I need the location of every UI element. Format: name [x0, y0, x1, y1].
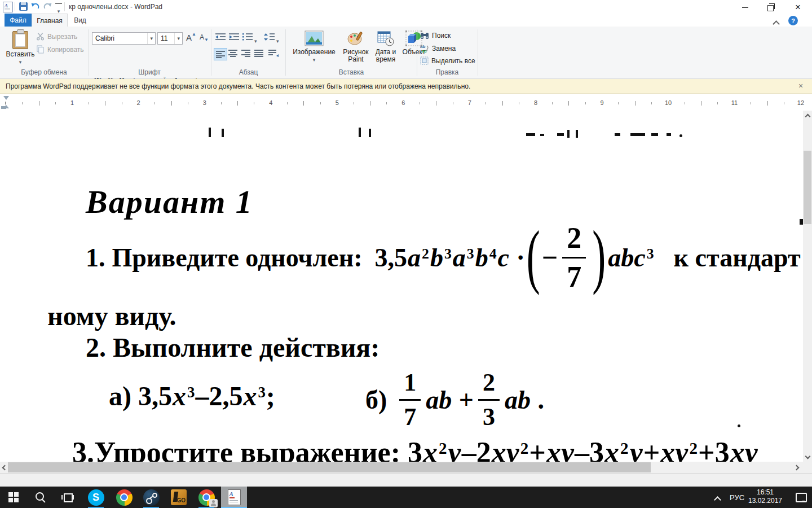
taskbar: S GO A РУС 16:51 13.02.2017 [0, 487, 812, 508]
warning-text: Программа WordPad поддерживает не все фу… [6, 82, 470, 90]
windows-logo-icon [8, 492, 19, 502]
paste-dropdown-icon [19, 58, 22, 65]
ruler-number: 1 [68, 98, 76, 107]
align-center-button[interactable] [228, 50, 237, 57]
chevron-down-icon[interactable] [174, 33, 182, 44]
p1-frac-sign: − [542, 241, 558, 274]
ruler-number: 12 [795, 98, 806, 107]
horizontal-scrollbar-thumb[interactable] [8, 462, 651, 472]
save-icon[interactable] [19, 2, 28, 11]
cut-label: Вырезать [47, 33, 77, 41]
taskbar-steam[interactable] [138, 487, 165, 508]
date-time-button[interactable]: Дата и время [372, 30, 399, 63]
scissors-icon [36, 32, 45, 41]
ruler-number: 6 [399, 98, 407, 107]
tab-home[interactable]: Главная [32, 14, 68, 27]
p1-math-post: abc3 [607, 243, 654, 273]
justify-button[interactable] [254, 50, 263, 57]
taskbar-skype[interactable]: S [82, 487, 109, 508]
chrome-icon [198, 489, 215, 506]
font-size-combobox[interactable]: 11 [157, 32, 183, 45]
warning-close-icon[interactable] [796, 81, 805, 90]
scroll-up-icon[interactable] [803, 112, 812, 121]
replace-label: Замена [432, 45, 456, 52]
increase-indent-button[interactable] [228, 33, 240, 41]
copy-button[interactable]: Копировать [36, 45, 84, 54]
cutoff-text-fragment [540, 134, 544, 136]
calendar-clock-icon [377, 30, 394, 46]
cutoff-text-fragment [615, 133, 620, 136]
paste-button[interactable]: Вставить [6, 29, 35, 65]
group-label-clipboard: Буфер обмена [0, 68, 88, 76]
taskbar-chrome-profile[interactable] [193, 487, 220, 508]
replace-button[interactable]: abac Замена [420, 44, 456, 52]
csgo-icon: GO [171, 489, 187, 505]
tab-file[interactable]: Файл [5, 14, 32, 27]
paragraph-dialog-button[interactable] [268, 50, 279, 57]
action-center-icon [796, 493, 807, 502]
scrollbar-corner [803, 462, 812, 473]
paint-drawing-button[interactable]: Рисунок Paint [341, 30, 371, 63]
insert-image-button[interactable]: Изображение [289, 30, 339, 63]
cutoff-text-fragment [651, 133, 658, 136]
fraction-numerator: 1 [399, 370, 421, 399]
cutoff-text-fragment [359, 128, 361, 137]
copy-icon [36, 45, 45, 54]
doc-problem1-wrap: ному виду. [47, 300, 176, 331]
find-button[interactable]: Поиск [420, 32, 451, 40]
p3-math: Упростите выражение: 3x2y–2xy2+xy–3x2y+x… [94, 436, 758, 462]
left-indent-marker[interactable] [1, 106, 6, 109]
paint-label-line2: Paint [348, 56, 363, 63]
undo-icon[interactable] [30, 2, 40, 11]
cut-button[interactable]: Вырезать [36, 32, 77, 41]
taskbar-chrome[interactable] [111, 487, 138, 508]
ruler-number: 10 [663, 98, 674, 107]
close-button[interactable] [785, 0, 811, 15]
document-canvas[interactable]: Вариант 1 1. Приведите одночлен: 3,5a2b3… [0, 111, 803, 462]
ruler-number: 2 [134, 98, 142, 107]
align-left-button[interactable] [214, 48, 227, 60]
list-button[interactable] [242, 33, 253, 41]
scroll-right-icon[interactable] [792, 463, 801, 472]
start-button[interactable] [0, 487, 27, 508]
ruler: 123456789101112 [0, 95, 812, 111]
clock-date[interactable]: 13.02.2017 [743, 497, 787, 505]
action-center-button[interactable] [792, 487, 811, 508]
align-right-button[interactable] [241, 50, 250, 57]
status-bar: 310% − + [0, 473, 812, 487]
shrink-font-button[interactable]: A▼ [198, 31, 210, 43]
cutoff-text-fragment [667, 133, 671, 136]
taskbar-search-button[interactable] [27, 487, 54, 508]
minimize-button[interactable] [732, 0, 758, 15]
restore-button[interactable] [758, 0, 784, 15]
tray-expand-icon[interactable] [715, 494, 720, 505]
list-dropdown-icon[interactable] [254, 35, 257, 45]
open-paren [525, 229, 542, 286]
task-view-button[interactable] [54, 487, 81, 508]
paste-label: Вставить [6, 51, 35, 58]
scroll-down-icon[interactable] [803, 452, 812, 461]
clock-time[interactable]: 16:51 [748, 488, 783, 496]
separator [64, 2, 65, 11]
language-indicator[interactable]: РУС [730, 493, 744, 502]
line-spacing-dropdown-icon[interactable] [276, 35, 279, 45]
fraction-denominator: 7 [399, 399, 421, 430]
cutoff-text-fragment [679, 134, 682, 137]
chevron-down-icon[interactable] [147, 33, 155, 44]
line-spacing-button[interactable] [264, 33, 275, 41]
grow-font-button[interactable]: A▲ [185, 31, 197, 43]
taskbar-wordpad-active[interactable]: A [221, 487, 247, 508]
taskbar-csgo[interactable]: GO [165, 487, 192, 508]
select-all-button[interactable]: Выделить все [420, 56, 475, 65]
p1-tail: к стандарт [674, 243, 801, 273]
font-family-combobox[interactable]: Calibri [92, 32, 156, 45]
p2-text: Выполните действия: [113, 332, 379, 363]
redo-icon[interactable] [43, 2, 52, 11]
decrease-indent-button[interactable] [215, 33, 226, 41]
compatibility-warning-bar: Программа WordPad поддерживает не все фу… [0, 79, 812, 94]
paint-palette-icon [347, 30, 365, 46]
insert-image-label: Изображение [293, 49, 336, 56]
vertical-scrollbar-thumb[interactable] [804, 151, 811, 224]
tab-view[interactable]: Вид [67, 14, 94, 27]
help-icon[interactable] [788, 16, 798, 25]
